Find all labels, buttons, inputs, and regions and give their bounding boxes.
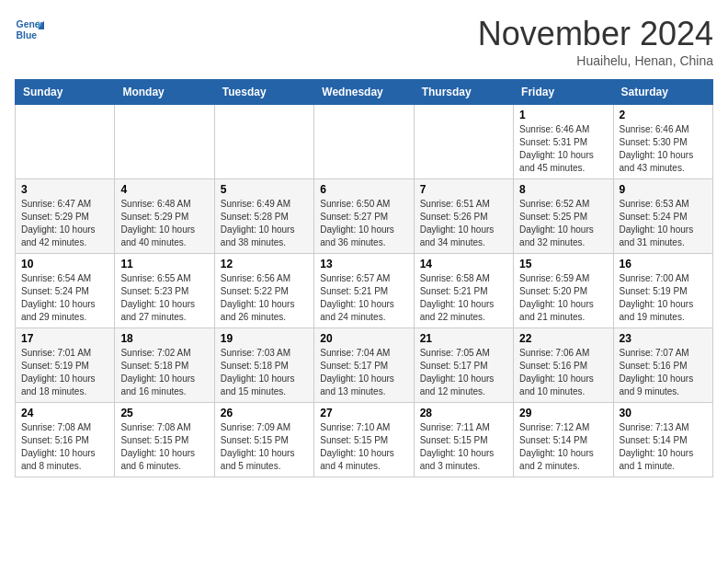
day-number: 5 — [221, 183, 308, 196]
day-number: 6 — [320, 183, 407, 196]
day-cell: 3Sunrise: 6:47 AM Sunset: 5:29 PM Daylig… — [16, 179, 115, 254]
day-cell: 23Sunrise: 7:07 AM Sunset: 5:16 PM Dayli… — [613, 328, 712, 403]
day-info: Sunrise: 6:48 AM Sunset: 5:29 PM Dayligh… — [120, 198, 208, 249]
day-cell: 17Sunrise: 7:01 AM Sunset: 5:19 PM Dayli… — [16, 328, 115, 403]
weekday-header-row: SundayMondayTuesdayWednesdayThursdayFrid… — [16, 80, 713, 105]
day-number: 19 — [221, 332, 308, 345]
day-cell: 19Sunrise: 7:03 AM Sunset: 5:18 PM Dayli… — [214, 328, 313, 403]
day-cell — [414, 105, 513, 179]
day-cell: 25Sunrise: 7:08 AM Sunset: 5:15 PM Dayli… — [115, 403, 214, 477]
day-info: Sunrise: 7:10 AM Sunset: 5:15 PM Dayligh… — [320, 421, 407, 473]
day-cell — [314, 105, 414, 179]
day-number: 28 — [420, 407, 507, 419]
day-number: 4 — [120, 183, 208, 196]
weekday-header-thursday: Thursday — [414, 80, 513, 105]
day-number: 3 — [21, 183, 108, 196]
weekday-header-friday: Friday — [514, 80, 613, 105]
day-cell: 12Sunrise: 6:56 AM Sunset: 5:22 PM Dayli… — [214, 254, 313, 328]
week-row-1: 1Sunrise: 6:46 AM Sunset: 5:31 PM Daylig… — [16, 105, 713, 179]
day-number: 24 — [21, 407, 108, 419]
day-number: 13 — [320, 258, 407, 270]
day-number: 16 — [620, 258, 707, 270]
day-number: 23 — [620, 332, 707, 345]
weekday-header-monday: Monday — [115, 80, 214, 105]
day-cell: 24Sunrise: 7:08 AM Sunset: 5:16 PM Dayli… — [16, 403, 115, 477]
day-cell: 11Sunrise: 6:55 AM Sunset: 5:23 PM Dayli… — [115, 254, 214, 328]
logo-icon: General Blue — [15, 15, 44, 44]
day-number: 21 — [420, 332, 507, 345]
page-header: General Blue November 2024 Huaihelu, Hen… — [15, 15, 713, 68]
day-info: Sunrise: 6:46 AM Sunset: 5:30 PM Dayligh… — [620, 123, 707, 175]
day-cell: 9Sunrise: 6:53 AM Sunset: 5:24 PM Daylig… — [613, 179, 712, 254]
day-info: Sunrise: 7:12 AM Sunset: 5:14 PM Dayligh… — [519, 421, 607, 473]
day-cell: 13Sunrise: 6:57 AM Sunset: 5:21 PM Dayli… — [314, 254, 414, 328]
month-title: November 2024 — [478, 15, 713, 53]
day-info: Sunrise: 7:11 AM Sunset: 5:15 PM Dayligh… — [420, 421, 507, 473]
day-cell: 18Sunrise: 7:02 AM Sunset: 5:18 PM Dayli… — [115, 328, 214, 403]
day-number: 12 — [221, 258, 308, 270]
day-info: Sunrise: 6:54 AM Sunset: 5:24 PM Dayligh… — [21, 272, 108, 324]
day-cell: 2Sunrise: 6:46 AM Sunset: 5:30 PM Daylig… — [613, 105, 712, 179]
day-cell: 22Sunrise: 7:06 AM Sunset: 5:16 PM Dayli… — [514, 328, 613, 403]
day-cell: 10Sunrise: 6:54 AM Sunset: 5:24 PM Dayli… — [16, 254, 115, 328]
logo: General Blue — [15, 15, 44, 44]
day-info: Sunrise: 7:13 AM Sunset: 5:14 PM Dayligh… — [620, 421, 707, 473]
svg-text:Blue: Blue — [17, 30, 38, 40]
day-cell: 27Sunrise: 7:10 AM Sunset: 5:15 PM Dayli… — [314, 403, 414, 477]
day-info: Sunrise: 6:52 AM Sunset: 5:25 PM Dayligh… — [519, 198, 607, 249]
day-cell: 26Sunrise: 7:09 AM Sunset: 5:15 PM Dayli… — [214, 403, 313, 477]
day-info: Sunrise: 7:04 AM Sunset: 5:17 PM Dayligh… — [320, 347, 407, 398]
day-number: 18 — [120, 332, 208, 345]
day-info: Sunrise: 6:46 AM Sunset: 5:31 PM Dayligh… — [519, 123, 607, 175]
day-cell: 20Sunrise: 7:04 AM Sunset: 5:17 PM Dayli… — [314, 328, 414, 403]
day-info: Sunrise: 6:49 AM Sunset: 5:28 PM Dayligh… — [221, 198, 308, 249]
day-cell — [214, 105, 313, 179]
day-info: Sunrise: 7:03 AM Sunset: 5:18 PM Dayligh… — [221, 347, 308, 398]
day-info: Sunrise: 7:07 AM Sunset: 5:16 PM Dayligh… — [620, 347, 707, 398]
calendar-table: SundayMondayTuesdayWednesdayThursdayFrid… — [15, 79, 713, 477]
day-cell — [115, 105, 214, 179]
day-info: Sunrise: 7:08 AM Sunset: 5:16 PM Dayligh… — [21, 421, 108, 473]
day-cell: 21Sunrise: 7:05 AM Sunset: 5:17 PM Dayli… — [414, 328, 513, 403]
week-row-4: 17Sunrise: 7:01 AM Sunset: 5:19 PM Dayli… — [16, 328, 713, 403]
day-cell: 4Sunrise: 6:48 AM Sunset: 5:29 PM Daylig… — [115, 179, 214, 254]
day-number: 15 — [519, 258, 607, 270]
day-number: 22 — [519, 332, 607, 345]
week-row-5: 24Sunrise: 7:08 AM Sunset: 5:16 PM Dayli… — [16, 403, 713, 477]
day-number: 8 — [519, 183, 607, 196]
weekday-header-saturday: Saturday — [613, 80, 712, 105]
day-cell: 8Sunrise: 6:52 AM Sunset: 5:25 PM Daylig… — [514, 179, 613, 254]
day-cell: 1Sunrise: 6:46 AM Sunset: 5:31 PM Daylig… — [514, 105, 613, 179]
weekday-header-tuesday: Tuesday — [214, 80, 313, 105]
day-number: 17 — [21, 332, 108, 345]
day-info: Sunrise: 6:47 AM Sunset: 5:29 PM Dayligh… — [21, 198, 108, 249]
day-number: 29 — [519, 407, 607, 419]
day-info: Sunrise: 6:55 AM Sunset: 5:23 PM Dayligh… — [120, 272, 208, 324]
day-cell — [16, 105, 115, 179]
day-info: Sunrise: 7:01 AM Sunset: 5:19 PM Dayligh… — [21, 347, 108, 398]
day-info: Sunrise: 7:00 AM Sunset: 5:19 PM Dayligh… — [620, 272, 707, 324]
day-info: Sunrise: 7:06 AM Sunset: 5:16 PM Dayligh… — [519, 347, 607, 398]
day-number: 7 — [420, 183, 507, 196]
day-cell: 5Sunrise: 6:49 AM Sunset: 5:28 PM Daylig… — [214, 179, 313, 254]
day-number: 2 — [620, 109, 707, 121]
day-cell: 7Sunrise: 6:51 AM Sunset: 5:26 PM Daylig… — [414, 179, 513, 254]
day-info: Sunrise: 6:51 AM Sunset: 5:26 PM Dayligh… — [420, 198, 507, 249]
day-info: Sunrise: 7:05 AM Sunset: 5:17 PM Dayligh… — [420, 347, 507, 398]
day-number: 10 — [21, 258, 108, 270]
week-row-3: 10Sunrise: 6:54 AM Sunset: 5:24 PM Dayli… — [16, 254, 713, 328]
day-number: 27 — [320, 407, 407, 419]
day-number: 1 — [519, 109, 607, 121]
day-number: 11 — [120, 258, 208, 270]
day-cell: 16Sunrise: 7:00 AM Sunset: 5:19 PM Dayli… — [613, 254, 712, 328]
day-info: Sunrise: 6:56 AM Sunset: 5:22 PM Dayligh… — [221, 272, 308, 324]
day-number: 26 — [221, 407, 308, 419]
weekday-header-sunday: Sunday — [16, 80, 115, 105]
week-row-2: 3Sunrise: 6:47 AM Sunset: 5:29 PM Daylig… — [16, 179, 713, 254]
day-number: 30 — [620, 407, 707, 419]
day-cell: 14Sunrise: 6:58 AM Sunset: 5:21 PM Dayli… — [414, 254, 513, 328]
day-info: Sunrise: 7:08 AM Sunset: 5:15 PM Dayligh… — [120, 421, 208, 473]
location-subtitle: Huaihelu, Henan, China — [478, 53, 713, 68]
day-number: 25 — [120, 407, 208, 419]
day-cell: 6Sunrise: 6:50 AM Sunset: 5:27 PM Daylig… — [314, 179, 414, 254]
